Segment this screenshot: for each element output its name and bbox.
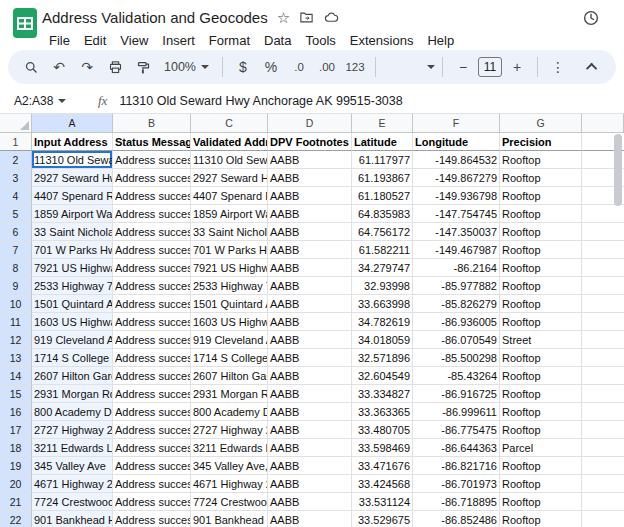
cell-A8[interactable]: 7921 US Highway <box>32 259 113 277</box>
row-header-9[interactable]: 9 <box>0 277 32 295</box>
cell-F3[interactable]: -149.867279 <box>413 169 500 187</box>
row-header-10[interactable]: 10 <box>0 295 32 313</box>
cell-B17[interactable]: Address success <box>113 421 191 439</box>
row-header-8[interactable]: 8 <box>0 259 32 277</box>
cell-G1[interactable]: Precision <box>500 133 582 151</box>
cell-F18[interactable]: -86.644363 <box>413 439 500 457</box>
cell-C17[interactable]: 2727 Highway 2 <box>191 421 268 439</box>
cell-F20[interactable]: -86.701973 <box>413 475 500 493</box>
row-header-22[interactable]: 22 <box>0 511 32 527</box>
vertical-scrollbar[interactable] <box>613 134 623 527</box>
menu-item-data[interactable]: Data <box>257 32 298 49</box>
print-icon[interactable] <box>102 54 128 80</box>
column-header-D[interactable]: D <box>268 114 352 133</box>
row-header-7[interactable]: 7 <box>0 241 32 259</box>
cell-A21[interactable]: 7724 Crestwood <box>32 493 113 511</box>
cell-D2[interactable]: AABB <box>268 151 352 169</box>
cell-C7[interactable]: 701 W Parks Hw <box>191 241 268 259</box>
cell-D19[interactable]: AABB <box>268 457 352 475</box>
cell-E18[interactable]: 33.598469 <box>352 439 413 457</box>
column-header-C[interactable]: C <box>191 114 268 133</box>
cell-A11[interactable]: 1603 US Highway <box>32 313 113 331</box>
cell-D18[interactable]: AABB <box>268 439 352 457</box>
cell-D22[interactable]: AABB <box>268 511 352 527</box>
cell-E4[interactable]: 61.180527 <box>352 187 413 205</box>
cell-E19[interactable]: 33.471676 <box>352 457 413 475</box>
cell-E15[interactable]: 33.334827 <box>352 385 413 403</box>
number-format-button[interactable]: 123 <box>342 54 368 80</box>
menu-item-view[interactable]: View <box>113 32 155 49</box>
cell-B18[interactable]: Address success <box>113 439 191 457</box>
cell-F2[interactable]: -149.864532 <box>413 151 500 169</box>
cell-E12[interactable]: 34.018059 <box>352 331 413 349</box>
cell-E20[interactable]: 33.424568 <box>352 475 413 493</box>
menu-item-insert[interactable]: Insert <box>155 32 202 49</box>
cell-F17[interactable]: -86.775475 <box>413 421 500 439</box>
cell-B15[interactable]: Address success <box>113 385 191 403</box>
row-header-6[interactable]: 6 <box>0 223 32 241</box>
cell-D12[interactable]: AABB <box>268 331 352 349</box>
row-header-12[interactable]: 12 <box>0 331 32 349</box>
cell-A3[interactable]: 2927 Seward Hwy <box>32 169 113 187</box>
cell-B2[interactable]: Address success <box>113 151 191 169</box>
cell-B14[interactable]: Address success <box>113 367 191 385</box>
cell-D13[interactable]: AABB <box>268 349 352 367</box>
cell-A16[interactable]: 800 Academy Dr <box>32 403 113 421</box>
cell-B12[interactable]: Address success <box>113 331 191 349</box>
cell-E6[interactable]: 64.756172 <box>352 223 413 241</box>
cell-F6[interactable]: -147.350037 <box>413 223 500 241</box>
move-folder-icon[interactable] <box>299 10 314 25</box>
cell-F11[interactable]: -86.936005 <box>413 313 500 331</box>
cell-F7[interactable]: -149.467987 <box>413 241 500 259</box>
cell-F14[interactable]: -85.43264 <box>413 367 500 385</box>
cell-F15[interactable]: -86.916725 <box>413 385 500 403</box>
row-header-3[interactable]: 3 <box>0 169 32 187</box>
column-header-partial[interactable] <box>582 114 624 133</box>
column-header-A[interactable]: A <box>32 114 113 133</box>
cell-C13[interactable]: 1714 S College S <box>191 349 268 367</box>
cell-B7[interactable]: Address success <box>113 241 191 259</box>
cell-B1[interactable]: Status Message <box>113 133 191 151</box>
cell-C15[interactable]: 2931 Morgan Rd <box>191 385 268 403</box>
cell-D11[interactable]: AABB <box>268 313 352 331</box>
font-size-input[interactable]: 11 <box>478 57 502 77</box>
cell-A13[interactable]: 1714 S College S <box>32 349 113 367</box>
star-icon[interactable]: ☆ <box>277 10 290 25</box>
redo-icon[interactable]: ↷ <box>74 54 100 80</box>
cell-C5[interactable]: 1859 Airport Wa <box>191 205 268 223</box>
column-header-B[interactable]: B <box>113 114 191 133</box>
cell-E21[interactable]: 33.531124 <box>352 493 413 511</box>
cell-E13[interactable]: 32.571896 <box>352 349 413 367</box>
cell-B20[interactable]: Address success <box>113 475 191 493</box>
row-header-16[interactable]: 16 <box>0 403 32 421</box>
cell-G21[interactable]: Rooftop <box>500 493 582 511</box>
cell-C6[interactable]: 33 Saint Nichola <box>191 223 268 241</box>
cell-F13[interactable]: -85.500298 <box>413 349 500 367</box>
cell-C14[interactable]: 2607 Hilton Gar <box>191 367 268 385</box>
cell-G14[interactable]: Rooftop <box>500 367 582 385</box>
scrollbar-thumb[interactable] <box>614 134 622 206</box>
cell-C20[interactable]: 4671 Highway 2 <box>191 475 268 493</box>
cell-B3[interactable]: Address success <box>113 169 191 187</box>
cell-E2[interactable]: 61.117977 <box>352 151 413 169</box>
cell-D5[interactable]: AABB <box>268 205 352 223</box>
name-box[interactable]: A2:A38 <box>8 94 84 108</box>
cell-D6[interactable]: AABB <box>268 223 352 241</box>
cell-D9[interactable]: AABB <box>268 277 352 295</box>
cell-G3[interactable]: Rooftop <box>500 169 582 187</box>
increase-decimals-button[interactable]: .00 <box>314 54 340 80</box>
cell-E7[interactable]: 61.582211 <box>352 241 413 259</box>
cell-C2[interactable]: 11310 Old Sewar <box>191 151 268 169</box>
menu-item-file[interactable]: File <box>42 32 77 49</box>
cell-G7[interactable]: Rooftop <box>500 241 582 259</box>
row-header-2[interactable]: 2 <box>0 151 32 169</box>
cell-F4[interactable]: -149.936798 <box>413 187 500 205</box>
cell-B19[interactable]: Address success <box>113 457 191 475</box>
cell-A9[interactable]: 2533 Highway 7 <box>32 277 113 295</box>
cell-F10[interactable]: -85.826279 <box>413 295 500 313</box>
zoom-select[interactable]: 100% <box>158 54 215 80</box>
cell-D20[interactable]: AABB <box>268 475 352 493</box>
cell-G22[interactable]: Rooftop <box>500 511 582 527</box>
cell-D10[interactable]: AABB <box>268 295 352 313</box>
cell-A14[interactable]: 2607 Hilton Gard <box>32 367 113 385</box>
